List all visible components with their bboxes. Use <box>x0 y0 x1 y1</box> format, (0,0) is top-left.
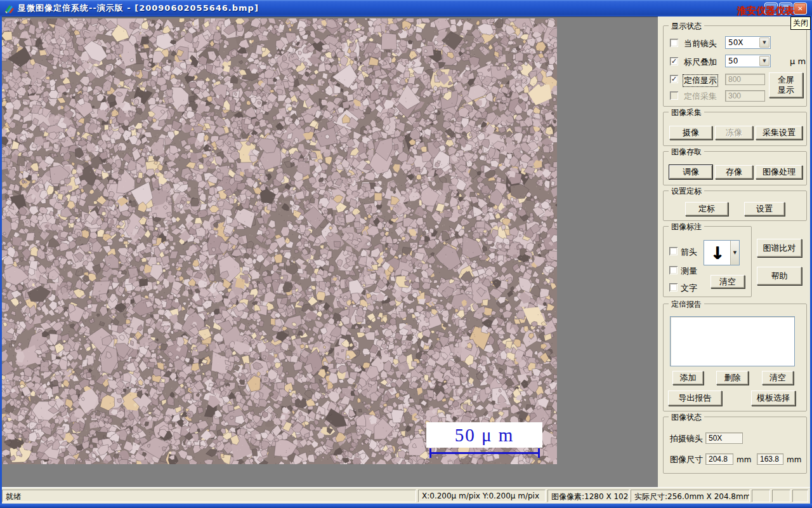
status-pixel-scale: X:0.200μ m/pix Y:0.200μ m/pix <box>418 490 546 502</box>
measure-label: 测量 <box>681 265 697 277</box>
close-tooltip: 关闭 <box>790 17 811 30</box>
status-image-pixels: 图像像素:1280 X 1024 <box>547 490 629 502</box>
capture-settings-button[interactable]: 采集设置 <box>756 126 802 140</box>
scale-overlay-label: 标尺叠加 <box>684 57 717 68</box>
status-bar: 就绪 X:0.200μ m/pix Y:0.200μ m/pix 图像像素:12… <box>2 487 810 504</box>
arrow-style-combo[interactable]: ↓ ▼ <box>704 240 740 265</box>
fixed-display-label: 定倍显示 <box>683 74 718 87</box>
status-spare-1 <box>752 490 770 502</box>
export-report-button[interactable]: 导出报告 <box>668 391 722 406</box>
save-image-button[interactable]: 存像 <box>715 165 753 179</box>
current-lens-checkbox[interactable] <box>670 39 678 47</box>
image-storage-group: 图像存取 调像 存像 图像处理 <box>663 151 807 185</box>
fixed-display-checkbox[interactable]: ✓ <box>670 75 678 83</box>
fixed-capture-value-input <box>725 90 765 102</box>
report-delete-button[interactable]: 删除 <box>716 371 749 385</box>
status-spare-3 <box>792 490 808 502</box>
app-window: 显微图像定倍系统--演示版 - [20090602055646.bmp] _ ❐… <box>0 0 812 508</box>
image-state-group: 图像状态 拍摄镜头 图像尺寸 mm mm <box>663 417 807 474</box>
settings-button[interactable]: 设置 <box>744 202 785 216</box>
status-spare-2 <box>772 490 790 502</box>
display-status-group: 显示状态 当前镜头 50X ▼ ✓ 标尺叠加 50 ▼ μ m ✓ 定倍显示 定… <box>663 25 807 107</box>
window-border-bottom <box>0 504 812 508</box>
annotation-clear-button[interactable]: 清空 <box>710 275 745 288</box>
image-size-label: 图像尺寸 <box>670 454 703 465</box>
status-ready: 就绪 <box>2 490 416 502</box>
calibrate-button[interactable]: 定标 <box>685 202 728 216</box>
calibration-group: 设置定标 定标 设置 <box>663 190 807 221</box>
fixed-display-value-input <box>725 74 765 85</box>
image-capture-title: 图像采集 <box>669 107 704 118</box>
template-select-button[interactable]: 模板选择 <box>751 391 796 406</box>
report-clear-button[interactable]: 清空 <box>762 371 794 385</box>
control-sidebar: 显示状态 当前镜头 50X ▼ ✓ 标尺叠加 50 ▼ μ m ✓ 定倍显示 定… <box>658 17 810 487</box>
image-state-title: 图像状态 <box>669 412 704 423</box>
height-unit-label: mm <box>787 455 801 464</box>
micrograph-canvas <box>2 18 557 464</box>
annotation-arrow-icon: ↓ <box>704 241 730 265</box>
image-capture-group: 图像采集 摄像 冻像 采集设置 <box>663 112 807 146</box>
current-lens-combo[interactable]: 50X ▼ <box>725 36 771 49</box>
load-image-button[interactable]: 调像 <box>669 165 712 179</box>
check-icon: ✓ <box>671 75 677 83</box>
shooting-lens-input[interactable] <box>705 432 743 444</box>
annotation-title: 图像标注 <box>669 222 704 232</box>
image-storage-title: 图像存取 <box>669 147 704 157</box>
chevron-down-icon[interactable]: ▼ <box>759 37 769 48</box>
image-height-input[interactable] <box>757 453 783 465</box>
check-icon: ✓ <box>671 57 677 65</box>
image-workspace: 50 μ m <box>2 17 658 487</box>
calibration-title: 设置定标 <box>669 186 704 197</box>
fixed-capture-label: 定倍采集 <box>684 91 717 102</box>
app-brush-icon <box>4 3 15 14</box>
annotation-group: 图像标注 箭头 测量 文字 ↓ ▼ 清空 <box>663 226 752 297</box>
title-bar: 显微图像定倍系统--演示版 - [20090602055646.bmp] _ ❐… <box>0 0 812 17</box>
scale-value-combo[interactable]: 50 ▼ <box>725 55 771 67</box>
help-button[interactable]: 帮助 <box>757 267 802 285</box>
image-width-input[interactable] <box>705 453 733 465</box>
status-actual-size: 实际尺寸:256.0mm X 204.8mm <box>631 490 750 502</box>
capture-button[interactable]: 摄像 <box>669 126 712 140</box>
image-processing-button[interactable]: 图像处理 <box>756 165 802 179</box>
atlas-compare-button[interactable]: 图谱比对 <box>757 239 802 257</box>
scalebar-ruler <box>429 448 540 458</box>
report-group: 定倍报告 添加 删除 清空 导出报告 模板选择 <box>663 304 807 411</box>
close-button[interactable]: ✕ <box>794 3 807 15</box>
text-checkbox[interactable] <box>669 283 678 291</box>
fullscreen-button[interactable]: 全屏 显示 <box>769 72 803 98</box>
chevron-down-icon[interactable]: ▼ <box>730 241 739 265</box>
scalebar-label: 50 μ m <box>426 422 542 448</box>
text-label: 文字 <box>681 283 697 294</box>
report-title: 定倍报告 <box>669 299 704 310</box>
scale-overlay-checkbox[interactable]: ✓ <box>670 57 678 65</box>
fixed-capture-checkbox <box>670 91 678 100</box>
report-add-button[interactable]: 添加 <box>672 371 704 385</box>
window-title: 显微图像定倍系统--演示版 - [20090602055646.bmp] <box>18 3 259 14</box>
scale-unit-label: μ m <box>790 57 806 66</box>
freeze-button: 冻像 <box>715 126 753 140</box>
report-list[interactable] <box>670 316 795 366</box>
display-status-title: 显示状态 <box>669 21 704 32</box>
micrograph-image[interactable]: 50 μ m <box>2 18 557 464</box>
current-lens-label: 当前镜头 <box>684 38 717 50</box>
chevron-down-icon[interactable]: ▼ <box>759 56 769 66</box>
measure-checkbox[interactable] <box>669 266 678 274</box>
width-unit-label: mm <box>737 455 751 464</box>
vendor-watermark: 淮安仪器仪表 <box>737 5 794 17</box>
shooting-lens-label: 拍摄镜头 <box>670 433 703 444</box>
arrow-label: 箭头 <box>681 246 697 258</box>
arrow-checkbox[interactable] <box>669 247 678 255</box>
